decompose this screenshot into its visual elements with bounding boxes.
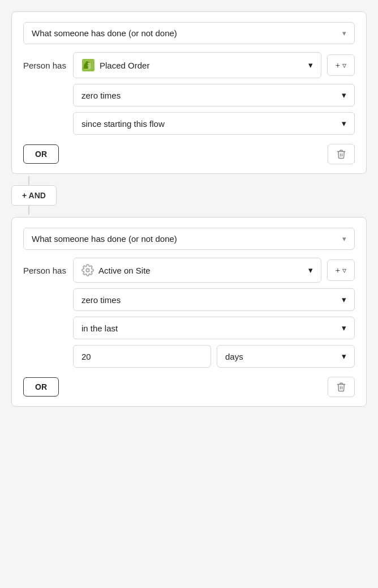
trash-icon-2 (336, 382, 346, 392)
time-select-1[interactable]: since starting this flow ▾ (73, 112, 355, 135)
days-chevron: ▾ (342, 351, 346, 361)
days-select[interactable]: days ▾ (217, 345, 355, 368)
filter-icon-1: ▿ (342, 61, 346, 70)
condition-type-row-2: What someone has done (or not done) ▾ (23, 228, 355, 250)
and-connector: + AND (11, 176, 57, 215)
delete-button-1[interactable] (328, 144, 355, 164)
condition-block-2: What someone has done (or not done) ▾ Pe… (11, 217, 367, 407)
condition-type-label-2: What someone has done (or not done) (32, 234, 177, 244)
person-has-row-1: Person has Placed Order ▾ (23, 52, 355, 78)
and-button[interactable]: + AND (11, 185, 57, 206)
or-button-1[interactable]: OR (23, 144, 59, 164)
page-container: What someone has done (or not done) ▾ Pe… (11, 11, 367, 407)
person-has-label-1: Person has (23, 61, 67, 70)
event-chevron-2: ▾ (308, 265, 313, 275)
condition-type-select-2[interactable]: What someone has done (or not done) ▾ (23, 228, 355, 250)
event-chevron-1: ▾ (308, 60, 313, 70)
condition-type-select-1[interactable]: What someone has done (or not done) ▾ (23, 22, 355, 44)
filter-icon-2: ▿ (342, 266, 346, 275)
event-select-2[interactable]: Active on Site ▾ (73, 258, 321, 283)
shopify-icon-1 (81, 58, 95, 72)
condition-block-1: What someone has done (or not done) ▾ Pe… (11, 11, 367, 174)
delete-button-2[interactable] (328, 377, 355, 397)
plus-icon-1: + (336, 61, 340, 70)
frequency-chevron-1: ▾ (342, 90, 346, 100)
person-has-row-2: Person has Active on Site ▾ + ▿ (23, 258, 355, 283)
time-chevron-2: ▾ (342, 323, 346, 333)
trash-icon-1 (336, 149, 346, 159)
condition-type-row-1: What someone has done (or not done) ▾ (23, 22, 355, 44)
frequency-chevron-2: ▾ (342, 295, 346, 305)
frequency-label-2: zero times (81, 295, 121, 305)
connector-line-bottom (28, 206, 29, 215)
add-filter-btn-2[interactable]: + ▿ (327, 259, 355, 281)
event-label-1: Placed Order (100, 61, 149, 70)
frequency-select-2[interactable]: zero times ▾ (73, 288, 355, 311)
chevron-icon-2: ▾ (342, 235, 346, 243)
time-select-2[interactable]: in the last ▾ (73, 317, 355, 339)
gear-icon-2 (81, 264, 94, 276)
time-label-1: since starting this flow (81, 119, 165, 129)
person-has-label-2: Person has (23, 266, 67, 275)
frequency-select-1[interactable]: zero times ▾ (73, 84, 355, 106)
event-label-2: Active on Site (98, 266, 151, 275)
event-select-1[interactable]: Placed Order ▾ (73, 52, 321, 78)
indented-selects-1: zero times ▾ since starting this flow ▾ (73, 84, 355, 135)
add-filter-btn-1[interactable]: + ▿ (327, 54, 355, 76)
indented-selects-2: zero times ▾ in the last ▾ days ▾ (73, 288, 355, 368)
number-input[interactable] (73, 345, 211, 368)
condition-type-label-1: What someone has done (or not done) (32, 28, 177, 38)
connector-line-top (28, 176, 29, 185)
days-label: days (225, 352, 243, 361)
bottom-row-2: OR (23, 377, 355, 397)
frequency-label-1: zero times (81, 91, 121, 100)
time-chevron-1: ▾ (342, 118, 346, 129)
bottom-row-1: OR (23, 144, 355, 164)
or-button-2[interactable]: OR (23, 377, 59, 397)
chevron-icon-1: ▾ (342, 29, 346, 37)
svg-point-1 (86, 269, 89, 272)
plus-icon-2: + (336, 266, 340, 275)
time-label-2: in the last (81, 323, 118, 333)
number-days-row: days ▾ (73, 345, 355, 368)
